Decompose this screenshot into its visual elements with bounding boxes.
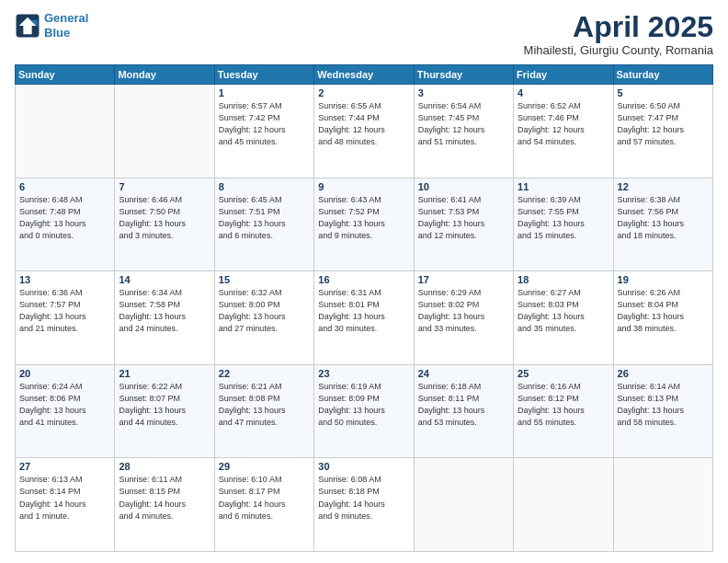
calendar-cell: 18Sunrise: 6:27 AM Sunset: 8:03 PM Dayli… <box>514 271 613 365</box>
calendar-week-1: 1Sunrise: 6:57 AM Sunset: 7:42 PM Daylig… <box>16 85 713 178</box>
day-info: Sunrise: 6:14 AM Sunset: 8:13 PM Dayligh… <box>618 381 709 429</box>
logo-line1: General <box>44 11 88 25</box>
calendar-cell: 2Sunrise: 6:55 AM Sunset: 7:44 PM Daylig… <box>314 85 414 178</box>
calendar-cell: 28Sunrise: 6:11 AM Sunset: 8:15 PM Dayli… <box>115 458 214 552</box>
day-number: 1 <box>219 87 310 98</box>
day-info: Sunrise: 6:11 AM Sunset: 8:15 PM Dayligh… <box>119 474 210 522</box>
day-number: 26 <box>618 368 709 379</box>
day-info: Sunrise: 6:29 AM Sunset: 8:02 PM Dayligh… <box>418 287 509 335</box>
calendar-week-5: 27Sunrise: 6:13 AM Sunset: 8:14 PM Dayli… <box>16 458 713 552</box>
calendar-cell: 5Sunrise: 6:50 AM Sunset: 7:47 PM Daylig… <box>613 85 712 178</box>
day-info: Sunrise: 6:31 AM Sunset: 8:01 PM Dayligh… <box>318 287 409 335</box>
day-number: 16 <box>318 274 409 285</box>
calendar-cell: 4Sunrise: 6:52 AM Sunset: 7:46 PM Daylig… <box>514 85 613 178</box>
day-info: Sunrise: 6:34 AM Sunset: 7:58 PM Dayligh… <box>119 287 210 335</box>
logo-text: General Blue <box>44 11 88 40</box>
day-number: 14 <box>119 274 210 285</box>
day-info: Sunrise: 6:36 AM Sunset: 7:57 PM Dayligh… <box>19 287 110 335</box>
day-number: 10 <box>418 181 509 192</box>
day-number: 3 <box>418 87 509 98</box>
calendar-cell: 14Sunrise: 6:34 AM Sunset: 7:58 PM Dayli… <box>115 271 214 365</box>
day-number: 19 <box>618 274 709 285</box>
location-title: Mihailesti, Giurgiu County, Romania <box>524 43 713 57</box>
calendar-cell: 27Sunrise: 6:13 AM Sunset: 8:14 PM Dayli… <box>16 458 115 552</box>
day-number: 15 <box>219 274 310 285</box>
calendar-cell: 24Sunrise: 6:18 AM Sunset: 8:11 PM Dayli… <box>414 364 513 458</box>
calendar-cell <box>414 458 513 552</box>
calendar-cell: 3Sunrise: 6:54 AM Sunset: 7:45 PM Daylig… <box>414 85 513 178</box>
day-number: 4 <box>518 87 609 98</box>
day-number: 21 <box>119 368 210 379</box>
month-title: April 2025 <box>524 11 713 43</box>
logo-line2: Blue <box>44 26 70 40</box>
weekday-wednesday: Wednesday <box>314 65 414 85</box>
day-number: 27 <box>19 461 110 472</box>
day-info: Sunrise: 6:48 AM Sunset: 7:48 PM Dayligh… <box>19 194 110 242</box>
day-info: Sunrise: 6:21 AM Sunset: 8:08 PM Dayligh… <box>219 381 310 429</box>
day-info: Sunrise: 6:45 AM Sunset: 7:51 PM Dayligh… <box>219 194 310 242</box>
day-info: Sunrise: 6:26 AM Sunset: 8:04 PM Dayligh… <box>618 287 709 335</box>
day-info: Sunrise: 6:32 AM Sunset: 8:00 PM Dayligh… <box>219 287 310 335</box>
page: General Blue April 2025 Mihailesti, Giur… <box>0 0 728 563</box>
calendar-cell: 1Sunrise: 6:57 AM Sunset: 7:42 PM Daylig… <box>214 85 313 178</box>
calendar-cell: 9Sunrise: 6:43 AM Sunset: 7:52 PM Daylig… <box>314 178 414 271</box>
calendar-cell <box>115 85 214 178</box>
day-info: Sunrise: 6:46 AM Sunset: 7:50 PM Dayligh… <box>119 194 210 242</box>
title-block: April 2025 Mihailesti, Giurgiu County, R… <box>524 11 713 57</box>
weekday-header-row: SundayMondayTuesdayWednesdayThursdayFrid… <box>16 65 713 85</box>
day-info: Sunrise: 6:13 AM Sunset: 8:14 PM Dayligh… <box>19 474 110 522</box>
calendar-cell: 10Sunrise: 6:41 AM Sunset: 7:53 PM Dayli… <box>414 178 513 271</box>
day-number: 12 <box>618 181 709 192</box>
calendar-cell: 29Sunrise: 6:10 AM Sunset: 8:17 PM Dayli… <box>214 458 313 552</box>
weekday-tuesday: Tuesday <box>214 65 313 85</box>
day-number: 2 <box>318 87 409 98</box>
calendar-cell: 13Sunrise: 6:36 AM Sunset: 7:57 PM Dayli… <box>16 271 115 365</box>
calendar-cell: 22Sunrise: 6:21 AM Sunset: 8:08 PM Dayli… <box>214 364 313 458</box>
calendar-cell <box>16 85 115 178</box>
day-number: 7 <box>119 181 210 192</box>
day-number: 24 <box>418 368 509 379</box>
weekday-thursday: Thursday <box>414 65 513 85</box>
day-number: 6 <box>19 181 110 192</box>
calendar-cell: 21Sunrise: 6:22 AM Sunset: 8:07 PM Dayli… <box>115 364 214 458</box>
day-info: Sunrise: 6:43 AM Sunset: 7:52 PM Dayligh… <box>318 194 409 242</box>
calendar-cell: 19Sunrise: 6:26 AM Sunset: 8:04 PM Dayli… <box>613 271 712 365</box>
day-info: Sunrise: 6:38 AM Sunset: 7:56 PM Dayligh… <box>618 194 709 242</box>
day-number: 9 <box>318 181 409 192</box>
day-info: Sunrise: 6:22 AM Sunset: 8:07 PM Dayligh… <box>119 381 210 429</box>
day-number: 25 <box>518 368 609 379</box>
day-info: Sunrise: 6:57 AM Sunset: 7:42 PM Dayligh… <box>219 100 310 148</box>
calendar-cell: 23Sunrise: 6:19 AM Sunset: 8:09 PM Dayli… <box>314 364 414 458</box>
header: General Blue April 2025 Mihailesti, Giur… <box>15 11 713 57</box>
logo: General Blue <box>15 11 88 40</box>
calendar-cell: 26Sunrise: 6:14 AM Sunset: 8:13 PM Dayli… <box>613 364 712 458</box>
calendar-week-2: 6Sunrise: 6:48 AM Sunset: 7:48 PM Daylig… <box>16 178 713 271</box>
calendar-cell: 30Sunrise: 6:08 AM Sunset: 8:18 PM Dayli… <box>314 458 414 552</box>
calendar-cell: 17Sunrise: 6:29 AM Sunset: 8:02 PM Dayli… <box>414 271 513 365</box>
day-info: Sunrise: 6:18 AM Sunset: 8:11 PM Dayligh… <box>418 381 509 429</box>
day-info: Sunrise: 6:10 AM Sunset: 8:17 PM Dayligh… <box>219 474 310 522</box>
day-number: 11 <box>518 181 609 192</box>
calendar-cell: 8Sunrise: 6:45 AM Sunset: 7:51 PM Daylig… <box>214 178 313 271</box>
calendar-cell: 11Sunrise: 6:39 AM Sunset: 7:55 PM Dayli… <box>514 178 613 271</box>
logo-icon <box>15 13 40 39</box>
day-info: Sunrise: 6:55 AM Sunset: 7:44 PM Dayligh… <box>318 100 409 148</box>
day-number: 18 <box>518 274 609 285</box>
day-number: 30 <box>318 461 409 472</box>
day-info: Sunrise: 6:19 AM Sunset: 8:09 PM Dayligh… <box>318 381 409 429</box>
day-number: 28 <box>119 461 210 472</box>
day-info: Sunrise: 6:52 AM Sunset: 7:46 PM Dayligh… <box>518 100 609 148</box>
weekday-saturday: Saturday <box>613 65 712 85</box>
weekday-friday: Friday <box>514 65 613 85</box>
day-info: Sunrise: 6:41 AM Sunset: 7:53 PM Dayligh… <box>418 194 509 242</box>
day-number: 29 <box>219 461 310 472</box>
day-number: 13 <box>19 274 110 285</box>
weekday-monday: Monday <box>115 65 214 85</box>
day-number: 17 <box>418 274 509 285</box>
calendar-cell: 7Sunrise: 6:46 AM Sunset: 7:50 PM Daylig… <box>115 178 214 271</box>
day-number: 8 <box>219 181 310 192</box>
day-info: Sunrise: 6:50 AM Sunset: 7:47 PM Dayligh… <box>618 100 709 148</box>
day-number: 20 <box>19 368 110 379</box>
day-info: Sunrise: 6:16 AM Sunset: 8:12 PM Dayligh… <box>518 381 609 429</box>
day-info: Sunrise: 6:39 AM Sunset: 7:55 PM Dayligh… <box>518 194 609 242</box>
